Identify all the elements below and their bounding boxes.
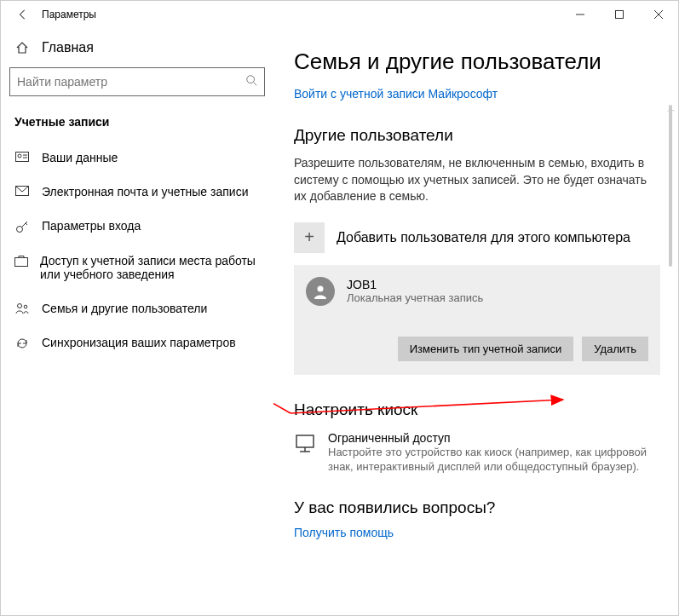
mail-icon [14,185,30,196]
sidebar-item-family[interactable]: Семья и другие пользователи [9,291,265,325]
change-account-type-button[interactable]: Изменить тип учетной записи [398,337,574,361]
briefcase-icon [14,254,28,267]
user-name: JOB1 [347,278,483,291]
search-box[interactable] [9,67,265,96]
svg-point-15 [18,304,22,308]
add-user-label: Добавить пользователя для этого компьюте… [337,230,630,245]
svg-point-16 [24,305,27,308]
home-link[interactable]: Главная [9,35,265,67]
search-icon [245,74,257,89]
close-button[interactable] [639,1,678,28]
search-input[interactable] [17,75,245,89]
sidebar-item-label: Параметры входа [42,219,141,233]
sidebar-item-label: Семья и другие пользователи [42,302,207,315]
sidebar: Главная Учетные записи Ваши данные Элект… [1,28,273,615]
svg-rect-1 [616,11,624,19]
sidebar-item-email[interactable]: Электронная почта и учетные записи [9,175,265,209]
sidebar-item-signin-options[interactable]: Параметры входа [9,209,265,244]
monitor-icon [294,431,316,475]
kiosk-title: Ограниченный доступ [328,431,652,445]
other-users-heading: Другие пользователи [294,126,661,145]
back-button[interactable] [9,1,37,28]
svg-line-13 [26,223,27,225]
badge-icon [14,151,30,164]
svg-point-11 [17,227,23,233]
maximize-button[interactable] [600,1,639,28]
sync-icon [14,336,30,350]
sidebar-item-sync[interactable]: Синхронизация ваших параметров [9,325,265,360]
svg-rect-14 [15,258,28,267]
signin-ms-link[interactable]: Войти с учетной записи Майкрософт [294,87,661,101]
section-title: Учетные записи [9,115,265,141]
page-title: Семья и другие пользователи [294,49,661,75]
svg-line-5 [254,83,257,86]
svg-line-22 [273,359,291,413]
scrollbar[interactable]: ︿ [665,105,676,610]
key-icon [14,219,30,233]
sidebar-item-label: Ваши данные [42,151,118,164]
main-content: Семья и другие пользователи Войти с учет… [273,28,678,615]
scrollbar-thumb[interactable] [669,105,672,267]
get-help-link[interactable]: Получить помощь [294,526,661,539]
home-icon [14,41,30,55]
svg-point-17 [318,285,324,291]
sidebar-item-label: Электронная почта и учетные записи [42,185,248,199]
sidebar-item-label: Синхронизация ваших параметров [42,336,236,349]
window-title: Параметры [42,9,96,20]
kiosk-heading: Настроить киоск [294,400,661,419]
sidebar-item-label: Доступ к учетной записи места работы или… [40,254,260,281]
delete-user-button[interactable]: Удалить [582,337,648,361]
user-subtitle: Локальная учетная запись [347,291,483,304]
svg-point-4 [247,76,255,83]
people-icon [14,302,30,314]
minimize-button[interactable] [561,1,600,28]
avatar-icon [306,277,335,306]
kiosk-setup-button[interactable]: Ограниченный доступ Настройте это устрой… [294,431,652,475]
add-user-button[interactable]: + Добавить пользователя для этого компью… [294,222,661,253]
sidebar-item-your-info[interactable]: Ваши данные [9,141,265,175]
plus-icon: + [294,222,325,253]
user-card[interactable]: JOB1 Локальная учетная запись Изменить т… [294,265,660,375]
other-users-desc: Разрешите пользователям, не включенным в… [294,155,652,205]
home-label: Главная [42,40,94,55]
kiosk-desc: Настройте это устройство как киоск (напр… [328,445,652,475]
svg-rect-18 [296,435,314,447]
sidebar-item-work-access[interactable]: Доступ к учетной записи места работы или… [9,244,265,291]
questions-heading: У вас появились вопросы? [294,498,661,517]
svg-point-7 [18,154,21,158]
